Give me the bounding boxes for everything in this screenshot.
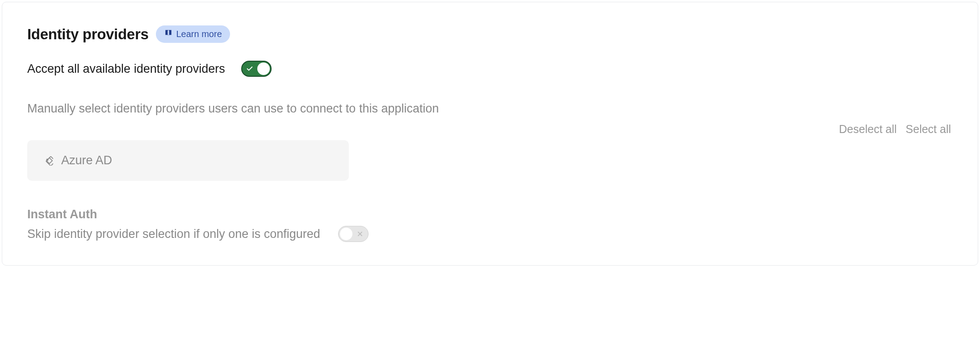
- azure-ad-icon: [42, 154, 53, 167]
- list-actions: Deselect all Select all: [27, 123, 953, 136]
- toggle-knob: [340, 228, 352, 240]
- instant-auth-title: Instant Auth: [27, 208, 953, 221]
- accept-all-toggle[interactable]: [241, 61, 272, 77]
- learn-more-label: Learn more: [176, 29, 222, 39]
- instant-auth-row: Skip identity provider selection if only…: [27, 226, 953, 242]
- provider-item[interactable]: Azure AD: [27, 140, 349, 181]
- manual-select-subtext: Manually select identity providers users…: [27, 102, 953, 116]
- instant-auth-skip-label: Skip identity provider selection if only…: [27, 227, 320, 241]
- provider-name: Azure AD: [61, 154, 112, 167]
- instant-auth-toggle[interactable]: [338, 226, 369, 242]
- select-all-button[interactable]: Select all: [906, 123, 951, 136]
- deselect-all-button[interactable]: Deselect all: [839, 123, 896, 136]
- identity-providers-card: Identity providers Learn more Accept all…: [2, 2, 978, 266]
- accept-all-label: Accept all available identity providers: [27, 62, 225, 76]
- book-icon: [164, 29, 173, 40]
- check-icon: [246, 65, 253, 72]
- svg-point-2: [46, 159, 48, 160]
- x-icon: [357, 231, 363, 237]
- toggle-knob: [257, 62, 270, 75]
- accept-all-row: Accept all available identity providers: [27, 61, 953, 77]
- section-title: Identity providers: [27, 26, 149, 43]
- learn-more-link[interactable]: Learn more: [156, 25, 230, 43]
- section-header: Identity providers Learn more: [27, 25, 953, 43]
